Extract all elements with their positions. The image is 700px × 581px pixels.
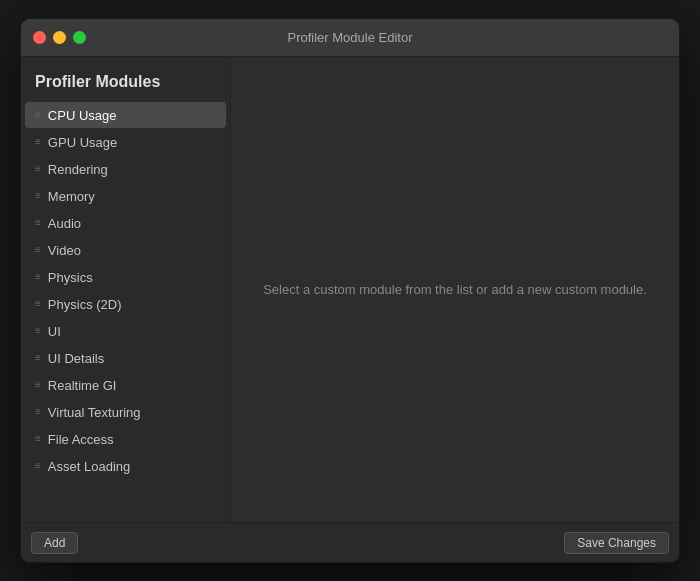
sidebar-item-label: Video	[48, 243, 81, 258]
drag-icon: ≡	[35, 245, 40, 255]
sidebar-item-ui[interactable]: ≡UI	[25, 318, 226, 344]
sidebar-item-label: Memory	[48, 189, 95, 204]
traffic-lights	[33, 31, 86, 44]
sidebar-item-label: GPU Usage	[48, 135, 117, 150]
sidebar-item-video[interactable]: ≡Video	[25, 237, 226, 263]
drag-icon: ≡	[35, 299, 40, 309]
sidebar-item-gpu-usage[interactable]: ≡GPU Usage	[25, 129, 226, 155]
sidebar: Profiler Modules ≡CPU Usage≡GPU Usage≡Re…	[21, 57, 231, 522]
sidebar-item-label: UI	[48, 324, 61, 339]
maximize-button[interactable]	[73, 31, 86, 44]
drag-icon: ≡	[35, 461, 40, 471]
drag-icon: ≡	[35, 326, 40, 336]
sidebar-item-virtual-texturing[interactable]: ≡Virtual Texturing	[25, 399, 226, 425]
close-button[interactable]	[33, 31, 46, 44]
sidebar-item-label: CPU Usage	[48, 108, 117, 123]
add-button[interactable]: Add	[31, 532, 78, 554]
sidebar-item-label: Virtual Texturing	[48, 405, 141, 420]
drag-icon: ≡	[35, 137, 40, 147]
save-changes-button[interactable]: Save Changes	[564, 532, 669, 554]
sidebar-item-label: UI Details	[48, 351, 104, 366]
drag-icon: ≡	[35, 380, 40, 390]
sidebar-list: ≡CPU Usage≡GPU Usage≡Rendering≡Memory≡Au…	[21, 101, 230, 522]
sidebar-item-audio[interactable]: ≡Audio	[25, 210, 226, 236]
drag-icon: ≡	[35, 434, 40, 444]
editor-placeholder: Select a custom module from the list or …	[263, 282, 647, 297]
sidebar-header: Profiler Modules	[21, 57, 230, 101]
drag-icon: ≡	[35, 272, 40, 282]
drag-icon: ≡	[35, 218, 40, 228]
sidebar-item-asset-loading[interactable]: ≡Asset Loading	[25, 453, 226, 479]
minimize-button[interactable]	[53, 31, 66, 44]
main-window: Profiler Module Editor Profiler Modules …	[20, 18, 680, 563]
sidebar-item-label: Physics	[48, 270, 93, 285]
drag-icon: ≡	[35, 353, 40, 363]
sidebar-item-label: File Access	[48, 432, 114, 447]
drag-icon: ≡	[35, 164, 40, 174]
window-title: Profiler Module Editor	[288, 30, 413, 45]
sidebar-item-label: Audio	[48, 216, 81, 231]
sidebar-item-label: Realtime GI	[48, 378, 117, 393]
footer-left: Add	[31, 532, 78, 554]
editor-panel: Select a custom module from the list or …	[231, 57, 679, 522]
sidebar-item-realtime-gi[interactable]: ≡Realtime GI	[25, 372, 226, 398]
sidebar-item-ui-details[interactable]: ≡UI Details	[25, 345, 226, 371]
sidebar-item-label: Physics (2D)	[48, 297, 122, 312]
drag-icon: ≡	[35, 110, 40, 120]
sidebar-item-physics-2d[interactable]: ≡Physics (2D)	[25, 291, 226, 317]
main-content: Profiler Modules ≡CPU Usage≡GPU Usage≡Re…	[21, 57, 679, 522]
sidebar-item-file-access[interactable]: ≡File Access	[25, 426, 226, 452]
titlebar: Profiler Module Editor	[21, 19, 679, 57]
sidebar-item-physics[interactable]: ≡Physics	[25, 264, 226, 290]
drag-icon: ≡	[35, 407, 40, 417]
drag-icon: ≡	[35, 191, 40, 201]
footer: Add Save Changes	[21, 522, 679, 562]
sidebar-item-rendering[interactable]: ≡Rendering	[25, 156, 226, 182]
sidebar-item-memory[interactable]: ≡Memory	[25, 183, 226, 209]
sidebar-item-label: Rendering	[48, 162, 108, 177]
sidebar-item-cpu-usage[interactable]: ≡CPU Usage	[25, 102, 226, 128]
sidebar-item-label: Asset Loading	[48, 459, 130, 474]
